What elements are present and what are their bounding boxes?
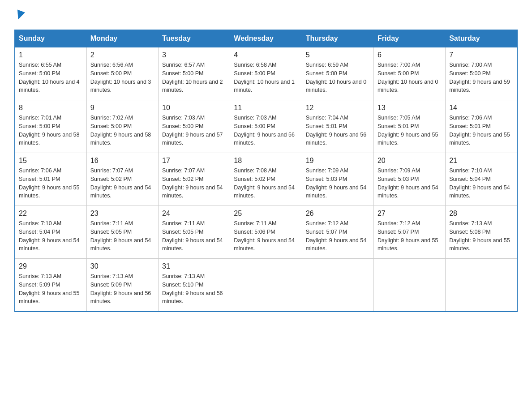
- sunset-info: Sunset: 5:00 PM: [378, 69, 442, 78]
- calendar-cell: 23 Sunrise: 7:11 AM Sunset: 5:05 PM Dayl…: [86, 206, 158, 259]
- calendar-cell: 8 Sunrise: 7:01 AM Sunset: 5:00 PM Dayli…: [15, 100, 86, 153]
- sunset-info: Sunset: 5:03 PM: [378, 175, 442, 184]
- sunrise-info: Sunrise: 6:58 AM: [234, 61, 298, 69]
- sunrise-info: Sunrise: 7:10 AM: [449, 167, 513, 175]
- day-number: 16: [90, 157, 154, 165]
- calendar-week-row: 15 Sunrise: 7:06 AM Sunset: 5:01 PM Dayl…: [15, 153, 517, 206]
- daylight-info: Daylight: 9 hours and 55 minutes.: [378, 236, 442, 253]
- day-number: 23: [90, 210, 154, 218]
- sunset-info: Sunset: 5:00 PM: [90, 122, 154, 131]
- logo-wordmark: [14, 11, 24, 21]
- page-header: [14, 11, 518, 21]
- daylight-info: Daylight: 9 hours and 54 minutes.: [90, 236, 154, 253]
- sunrise-info: Sunrise: 7:07 AM: [90, 167, 154, 175]
- sunset-info: Sunset: 5:01 PM: [378, 122, 442, 131]
- day-number: 6: [378, 51, 442, 59]
- sunrise-info: Sunrise: 7:05 AM: [378, 114, 442, 122]
- calendar-week-row: 1 Sunrise: 6:55 AM Sunset: 5:00 PM Dayli…: [15, 47, 517, 100]
- calendar-cell: 25 Sunrise: 7:11 AM Sunset: 5:06 PM Dayl…: [230, 206, 302, 259]
- calendar-table: SundayMondayTuesdayWednesdayThursdayFrid…: [14, 30, 518, 312]
- sunset-info: Sunset: 5:04 PM: [449, 175, 513, 184]
- calendar-cell: 28 Sunrise: 7:13 AM Sunset: 5:08 PM Dayl…: [446, 206, 517, 259]
- sunrise-info: Sunrise: 7:01 AM: [19, 114, 83, 122]
- sunrise-info: Sunrise: 7:06 AM: [449, 114, 513, 122]
- day-number: 11: [234, 104, 298, 112]
- sunrise-info: Sunrise: 7:12 AM: [378, 219, 442, 228]
- calendar-cell: 26 Sunrise: 7:12 AM Sunset: 5:07 PM Dayl…: [302, 206, 373, 259]
- day-of-week-header: Friday: [373, 30, 445, 47]
- sunset-info: Sunset: 5:00 PM: [162, 69, 226, 78]
- day-number: 17: [162, 157, 226, 165]
- daylight-info: Daylight: 10 hours and 3 minutes.: [90, 78, 154, 95]
- day-number: 2: [90, 51, 154, 59]
- daylight-info: Daylight: 9 hours and 54 minutes.: [90, 184, 154, 201]
- daylight-info: Daylight: 9 hours and 55 minutes.: [378, 131, 442, 148]
- sunset-info: Sunset: 5:09 PM: [19, 281, 83, 289]
- calendar-cell: 16 Sunrise: 7:07 AM Sunset: 5:02 PM Dayl…: [86, 153, 158, 206]
- calendar-week-row: 29 Sunrise: 7:13 AM Sunset: 5:09 PM Dayl…: [15, 259, 517, 312]
- sunrise-info: Sunrise: 7:04 AM: [306, 114, 370, 122]
- calendar-cell: 12 Sunrise: 7:04 AM Sunset: 5:01 PM Dayl…: [302, 100, 373, 153]
- sunset-info: Sunset: 5:00 PM: [449, 69, 513, 78]
- calendar-header-row: SundayMondayTuesdayWednesdayThursdayFrid…: [15, 30, 517, 47]
- calendar-cell: 15 Sunrise: 7:06 AM Sunset: 5:01 PM Dayl…: [15, 153, 86, 206]
- daylight-info: Daylight: 10 hours and 0 minutes.: [306, 78, 370, 95]
- day-number: 14: [449, 104, 513, 112]
- sunset-info: Sunset: 5:00 PM: [234, 69, 298, 78]
- sunrise-info: Sunrise: 7:03 AM: [234, 114, 298, 122]
- day-number: 28: [449, 210, 513, 218]
- logo-arrow-icon: [14, 10, 25, 21]
- calendar-cell: 24 Sunrise: 7:11 AM Sunset: 5:05 PM Dayl…: [159, 206, 230, 259]
- sunset-info: Sunset: 5:01 PM: [449, 122, 513, 131]
- sunset-info: Sunset: 5:08 PM: [449, 228, 513, 236]
- calendar-cell: 1 Sunrise: 6:55 AM Sunset: 5:00 PM Dayli…: [15, 47, 86, 100]
- day-number: 22: [19, 210, 83, 218]
- daylight-info: Daylight: 9 hours and 56 minutes.: [90, 289, 154, 306]
- daylight-info: Daylight: 9 hours and 54 minutes.: [234, 236, 298, 253]
- day-of-week-header: Monday: [86, 30, 158, 47]
- sunset-info: Sunset: 5:02 PM: [90, 175, 154, 184]
- calendar-cell: 3 Sunrise: 6:57 AM Sunset: 5:00 PM Dayli…: [159, 47, 230, 100]
- day-number: 3: [162, 51, 226, 59]
- logo-blue-row: [14, 11, 24, 21]
- day-number: 20: [378, 157, 442, 165]
- sunrise-info: Sunrise: 7:13 AM: [90, 272, 154, 281]
- sunrise-info: Sunrise: 7:00 AM: [378, 61, 442, 69]
- day-number: 8: [19, 104, 83, 112]
- sunrise-info: Sunrise: 7:13 AM: [162, 272, 226, 281]
- calendar-cell: 19 Sunrise: 7:09 AM Sunset: 5:03 PM Dayl…: [302, 153, 373, 206]
- sunset-info: Sunset: 5:02 PM: [234, 175, 298, 184]
- sunrise-info: Sunrise: 7:11 AM: [90, 219, 154, 228]
- daylight-info: Daylight: 9 hours and 55 minutes.: [19, 184, 83, 201]
- daylight-info: Daylight: 9 hours and 55 minutes.: [449, 236, 513, 253]
- sunset-info: Sunset: 5:02 PM: [162, 175, 226, 184]
- daylight-info: Daylight: 9 hours and 55 minutes.: [19, 289, 83, 306]
- sunset-info: Sunset: 5:00 PM: [234, 122, 298, 131]
- sunrise-info: Sunrise: 6:55 AM: [19, 61, 83, 69]
- day-number: 7: [449, 51, 513, 59]
- daylight-info: Daylight: 9 hours and 57 minutes.: [162, 131, 226, 148]
- daylight-info: Daylight: 10 hours and 1 minute.: [234, 78, 298, 95]
- calendar-cell: 20 Sunrise: 7:09 AM Sunset: 5:03 PM Dayl…: [373, 153, 445, 206]
- daylight-info: Daylight: 10 hours and 4 minutes.: [19, 78, 83, 95]
- day-number: 18: [234, 157, 298, 165]
- day-of-week-header: Sunday: [15, 30, 86, 47]
- daylight-info: Daylight: 10 hours and 0 minutes.: [378, 78, 442, 95]
- calendar-cell: 29 Sunrise: 7:13 AM Sunset: 5:09 PM Dayl…: [15, 259, 86, 312]
- daylight-info: Daylight: 9 hours and 55 minutes.: [449, 131, 513, 148]
- sunrise-info: Sunrise: 7:09 AM: [306, 167, 370, 175]
- daylight-info: Daylight: 9 hours and 54 minutes.: [234, 184, 298, 201]
- day-number: 1: [19, 51, 83, 59]
- sunrise-info: Sunrise: 6:59 AM: [306, 61, 370, 69]
- day-of-week-header: Wednesday: [230, 30, 302, 47]
- day-number: 24: [162, 210, 226, 218]
- calendar-cell: 10 Sunrise: 7:03 AM Sunset: 5:00 PM Dayl…: [159, 100, 230, 153]
- calendar-cell: 11 Sunrise: 7:03 AM Sunset: 5:00 PM Dayl…: [230, 100, 302, 153]
- calendar-cell: [230, 259, 302, 312]
- calendar-cell: 31 Sunrise: 7:13 AM Sunset: 5:10 PM Dayl…: [159, 259, 230, 312]
- daylight-info: Daylight: 9 hours and 54 minutes.: [306, 184, 370, 201]
- calendar-cell: 18 Sunrise: 7:08 AM Sunset: 5:02 PM Dayl…: [230, 153, 302, 206]
- daylight-info: Daylight: 9 hours and 54 minutes.: [162, 184, 226, 201]
- daylight-info: Daylight: 9 hours and 54 minutes.: [19, 236, 83, 253]
- calendar-cell: 14 Sunrise: 7:06 AM Sunset: 5:01 PM Dayl…: [446, 100, 517, 153]
